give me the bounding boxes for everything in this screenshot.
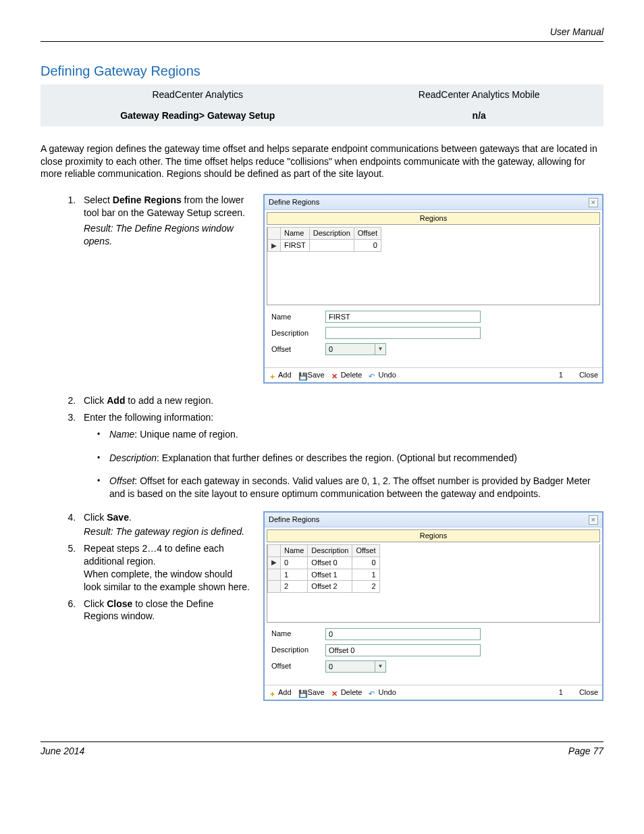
delete-button[interactable]: ✕Delete xyxy=(331,370,363,380)
col-off: Offset xyxy=(354,228,381,240)
bullet-description: Description: Explanation that further de… xyxy=(103,452,603,465)
close-icon[interactable]: ✕ xyxy=(589,198,598,207)
step-6: Click Close to close the Define Regions … xyxy=(78,598,250,623)
step-1-result: Result: The Define Regions window opens. xyxy=(84,222,250,248)
steps-list-c: Click Save. Result: The gateway region i… xyxy=(41,511,250,623)
col-off: Offset xyxy=(352,544,379,556)
close-icon[interactable]: ✕ xyxy=(589,515,598,525)
close-button[interactable]: Close xyxy=(579,370,598,380)
nav-col-1: ReadCenter Analytics xyxy=(41,84,354,105)
description-field[interactable] xyxy=(325,644,481,656)
save-button[interactable]: 💾Save xyxy=(298,687,325,698)
step-5: Repeat steps 2…4 to define each addition… xyxy=(78,542,250,594)
step-4: Click Save. Result: The gateway region i… xyxy=(78,511,250,538)
undo-icon: ↶ xyxy=(369,689,376,696)
add-button[interactable]: ＋Add xyxy=(269,370,292,380)
nav-val-2: n/a xyxy=(354,105,603,126)
col-name: Name xyxy=(281,228,310,240)
col-desc: Description xyxy=(309,228,354,240)
steps-list-b: Click Add to add a new region. Enter the… xyxy=(41,394,603,500)
offset-label: Offset xyxy=(271,661,325,671)
regions-grid[interactable]: Name Description Offset ▶ 0 Offset 0 0 1… xyxy=(267,544,600,623)
name-field[interactable] xyxy=(325,628,481,640)
footer-page: Page 77 xyxy=(568,745,603,758)
table-row[interactable]: ▶ 0 Offset 0 0 xyxy=(268,556,380,569)
bullet-name: Name: Unique name of region. xyxy=(103,428,603,441)
offset-combo[interactable]: 0 ▼ xyxy=(325,343,386,355)
define-regions-window-2: Define Regions ✕ Regions Name Descriptio… xyxy=(263,511,603,701)
intro-paragraph: A gateway region defines the gateway tim… xyxy=(41,142,603,181)
undo-button[interactable]: ↶Undo xyxy=(369,687,396,698)
row-marker-icon: ▶ xyxy=(268,239,281,251)
define-regions-window-1: Define Regions ✕ Regions Name Descriptio… xyxy=(263,194,603,384)
regions-grid[interactable]: Name Description Offset ▶ FIRST 0 xyxy=(267,227,600,305)
col-name: Name xyxy=(281,544,308,556)
offset-combo[interactable]: 0 ▼ xyxy=(325,660,386,673)
close-button[interactable]: Close xyxy=(579,687,598,698)
nav-col-2: ReadCenter Analytics Mobile xyxy=(354,84,603,105)
name-field[interactable] xyxy=(325,311,481,323)
page-header: User Manual xyxy=(41,26,603,42)
step-2: Click Add to add a new region. xyxy=(78,394,603,407)
step-1: Select Define Regions from the lower too… xyxy=(78,194,250,248)
regions-header: Regions xyxy=(267,529,600,542)
description-label: Description xyxy=(271,645,325,655)
name-label: Name xyxy=(271,312,325,322)
table-row[interactable]: 1 Offset 1 1 xyxy=(268,569,380,581)
save-icon: 💾 xyxy=(298,689,306,696)
section-heading: Defining Gateway Regions xyxy=(41,62,603,80)
undo-button[interactable]: ↶Undo xyxy=(369,370,396,380)
save-button[interactable]: 💾Save xyxy=(298,370,325,380)
breadcrumb-table: ReadCenter Analytics ReadCenter Analytic… xyxy=(41,84,603,126)
add-button[interactable]: ＋Add xyxy=(269,687,292,698)
chevron-down-icon: ▼ xyxy=(375,661,385,672)
name-label: Name xyxy=(271,629,325,639)
plus-icon: ＋ xyxy=(269,371,276,379)
page-footer: June 2014 Page 77 xyxy=(41,741,603,758)
undo-icon: ↶ xyxy=(369,371,376,379)
chevron-down-icon: ▼ xyxy=(375,344,385,355)
table-row[interactable]: 2 Offset 2 2 xyxy=(268,581,380,593)
record-count: 1 xyxy=(559,687,563,698)
row-marker-icon: ▶ xyxy=(268,556,281,569)
step-4-result: Result: The gateway region is defined. xyxy=(84,525,250,538)
plus-icon: ＋ xyxy=(269,689,276,696)
regions-header: Regions xyxy=(267,212,600,225)
description-field[interactable] xyxy=(325,327,481,339)
save-icon: 💾 xyxy=(298,371,306,379)
step-3: Enter the following information: Name: U… xyxy=(78,411,603,500)
window-title: Define Regions xyxy=(269,515,319,525)
description-label: Description xyxy=(271,328,325,338)
footer-date: June 2014 xyxy=(41,745,84,758)
record-count: 1 xyxy=(559,370,563,380)
header-right: User Manual xyxy=(550,26,603,37)
col-desc: Description xyxy=(308,544,352,556)
delete-icon: ✕ xyxy=(331,371,339,379)
nav-val-1: Gateway Reading> Gateway Setup xyxy=(41,105,354,126)
bullet-offset: Offset: Offset for each gateway in secon… xyxy=(103,475,603,500)
steps-list-a: Select Define Regions from the lower too… xyxy=(41,194,250,248)
delete-button[interactable]: ✕Delete xyxy=(331,687,363,698)
window-title: Define Regions xyxy=(269,197,319,207)
offset-label: Offset xyxy=(271,344,325,355)
delete-icon: ✕ xyxy=(331,689,339,696)
table-row[interactable]: ▶ FIRST 0 xyxy=(268,239,381,251)
